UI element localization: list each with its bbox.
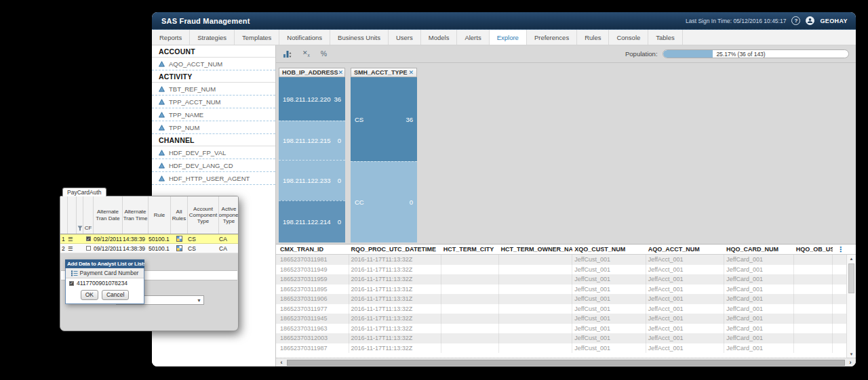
close-icon[interactable]: ✕ xyxy=(338,69,344,76)
column-header-xqo-cust-num: XQO_CUST_NUM xyxy=(572,246,646,253)
table-cell: JeffAcct_001 xyxy=(646,265,724,275)
tab-strategies[interactable]: Strategies xyxy=(190,30,235,45)
column-header-hqo-card-num: HQO_CARD_NUM xyxy=(724,246,794,253)
sidebar-item-aqo-acct-num[interactable]: AQO_ACCT_NUM xyxy=(152,58,275,70)
sidebar-item-tpp-num[interactable]: TPP_NUM xyxy=(152,121,275,134)
sidebar-item-label: HDF_DEV_LANG_CD xyxy=(169,162,233,169)
cf-checkbox[interactable] xyxy=(86,246,91,251)
table-cell: 18652370312003 xyxy=(278,333,349,343)
tab-models[interactable]: Models xyxy=(421,30,458,45)
chart-segment[interactable]: CS36 xyxy=(351,77,417,161)
help-icon[interactable]: ? xyxy=(791,16,800,25)
sidebar-item-hdf-dev-lang-cd[interactable]: HDF_DEV_LANG_CD xyxy=(152,159,275,172)
cancel-button[interactable]: Cancel xyxy=(102,290,129,300)
scroll-right-icon[interactable]: › xyxy=(847,359,854,366)
close-icon[interactable]: ✕ xyxy=(408,69,414,76)
tab-console[interactable]: Console xyxy=(609,30,648,45)
table-cell: JeffCust_001 xyxy=(572,284,646,295)
rule: 50100.1 xyxy=(149,244,171,253)
chart-segment[interactable]: 198.211.122.2140 xyxy=(279,200,345,242)
segment-value: 0 xyxy=(410,198,413,206)
screen-background: SAS Fraud Management Last Sign In Time: … xyxy=(0,0,868,380)
user-avatar-icon[interactable] xyxy=(806,16,814,25)
tab-reports[interactable]: Reports xyxy=(152,30,190,45)
table-row[interactable]: 186523703120032016-11-17T11:13:32ZJeffCu… xyxy=(276,333,856,343)
sidebar-item-hdf-dev-fp-val[interactable]: HDF_DEV_FP_VAL xyxy=(152,146,275,159)
transactions-table-header: CMX_TRAN_IDRQO_PROC_UTC_DATETIMEHCT_TERM… xyxy=(276,245,856,255)
table-row[interactable]: 186523703119062016-11-17T11:13:31ZJeffCu… xyxy=(276,294,856,304)
table-row[interactable]: 186523703119812016-11-17T11:13:32ZJeffCu… xyxy=(276,255,856,265)
scroll-left-icon[interactable]: ‹ xyxy=(278,359,285,366)
column-header-rqo-proc-utc-datetime: RQO_PROC_UTC_DATETIME xyxy=(349,246,441,253)
dialog-card-number-row[interactable]: ✓ 4117700901078234 xyxy=(66,278,144,288)
grid-col-header xyxy=(77,196,83,234)
cf-checkbox[interactable]: ✓ xyxy=(86,236,91,241)
sidebar-item-tbt-ref-num[interactable]: TBT_REF_NUM xyxy=(152,83,275,96)
clear-selection-icon[interactable]: ✕x xyxy=(302,50,310,58)
table-cell: JeffCard_001 xyxy=(724,304,794,314)
rule: 50100.1 xyxy=(149,234,171,243)
paycardauth-tab[interactable]: PayCardAuth xyxy=(62,188,106,196)
table-cell: 2016-11-17T11:13:32Z xyxy=(349,304,441,314)
tab-alerts[interactable]: Alerts xyxy=(457,30,489,45)
ok-button[interactable]: OK xyxy=(81,290,98,300)
table-row[interactable]: 186523703118952016-11-17T11:13:31ZJeffCu… xyxy=(276,284,856,295)
row-menu-icon[interactable]: ☰ xyxy=(68,234,77,243)
tab-tables[interactable]: Tables xyxy=(648,30,682,45)
chart-segment[interactable]: 198.211.122.22036 xyxy=(279,77,345,121)
sidebar-item-label: TPP_NAME xyxy=(169,111,203,119)
table-row[interactable]: 186523703119452016-11-17T11:13:32ZJeffCu… xyxy=(276,314,856,324)
table-menu-icon[interactable]: ⋮ xyxy=(837,245,844,254)
table-cell xyxy=(441,324,499,334)
tab-rules[interactable]: Rules xyxy=(577,30,609,45)
tab-business-units[interactable]: Business Units xyxy=(330,30,389,45)
segment-value: 0 xyxy=(338,218,341,226)
tab-templates[interactable]: Templates xyxy=(235,30,279,45)
table-row[interactable]: 186523703119632016-11-17T11:13:32ZJeffCu… xyxy=(276,324,856,334)
sort-icon[interactable] xyxy=(283,50,292,58)
table-horizontal-scrollbar[interactable]: ‹ › xyxy=(276,358,856,366)
sidebar-item-tpp-name[interactable]: TPP_NAME xyxy=(152,108,275,121)
table-row[interactable]: 186523703119872016-11-17T11:13:32ZJeffCu… xyxy=(276,343,856,354)
tab-explore[interactable]: Explore xyxy=(490,30,527,45)
chart-column-title: SMH_ACCT_TYPE xyxy=(354,69,408,76)
cf-cell: ✓ xyxy=(83,234,94,243)
scroll-down-icon[interactable]: ▼ xyxy=(850,350,854,358)
chart-segment[interactable]: 198.211.122.2150 xyxy=(279,121,345,160)
row-menu-icon[interactable]: ☰ xyxy=(68,244,77,253)
alternate-tran-time: 14:38:39 xyxy=(123,244,149,253)
segment-value: 0 xyxy=(338,137,341,144)
sidebar-item-tpp-acct-num[interactable]: TPP_ACCT_NUM xyxy=(152,96,275,108)
segment-label: 198.211.122.233 xyxy=(283,177,331,184)
paycardauth-row[interactable]: 1☰✓09/12/201114:38:3950100.1CSCA xyxy=(60,234,238,244)
sidebar-item-label: HDF_DEV_FP_VAL xyxy=(169,149,226,156)
card-number-checkbox[interactable]: ✓ xyxy=(69,281,74,286)
tab-users[interactable]: Users xyxy=(389,30,421,45)
all-rules xyxy=(171,244,188,253)
table-cell: JeffCard_001 xyxy=(724,274,794,284)
table-cell xyxy=(441,265,499,275)
percentage-icon[interactable]: % xyxy=(321,50,327,58)
tab-preferences[interactable]: Preferences xyxy=(527,30,577,45)
population-progress-fill xyxy=(663,50,713,58)
paycardauth-row[interactable]: 2☰09/12/201114:38:3950100.1CSCA xyxy=(60,244,238,253)
sidebar-item-hdf-http-user-agent[interactable]: HDF_HTTP_USER_AGENT xyxy=(152,172,275,185)
table-cell xyxy=(499,324,573,334)
horizontal-scroll-thumb[interactable] xyxy=(287,360,845,366)
scroll-up-icon[interactable]: ▲ xyxy=(850,255,854,262)
table-row[interactable]: 186523703119772016-11-17T11:13:32ZJeffCu… xyxy=(276,304,856,314)
row-number: 1 xyxy=(60,234,68,243)
table-cell xyxy=(441,284,499,295)
table-row[interactable]: 186523703119592016-11-17T11:13:32ZJeffCu… xyxy=(276,274,856,284)
grid-col-header-account-component-type: Account Component Type xyxy=(188,196,219,234)
table-row[interactable]: 186523703119492016-11-17T11:13:32ZJeffCu… xyxy=(276,265,856,275)
table-vertical-scrollbar[interactable]: ▲ ▼ xyxy=(846,255,856,358)
sidebar-section-channel: CHANNEL xyxy=(152,134,275,146)
sidebar-item-label: TPP_NUM xyxy=(169,124,199,131)
vertical-scroll-thumb[interactable] xyxy=(848,263,854,293)
chart-segment[interactable]: CC0 xyxy=(351,161,417,242)
account-component-type: CS xyxy=(188,234,219,243)
chart-segment[interactable]: 198.211.122.2330 xyxy=(279,160,345,200)
tab-notifications[interactable]: Notifications xyxy=(279,30,330,45)
grid-col-header-active-component-type: Active Component Type xyxy=(219,196,238,234)
